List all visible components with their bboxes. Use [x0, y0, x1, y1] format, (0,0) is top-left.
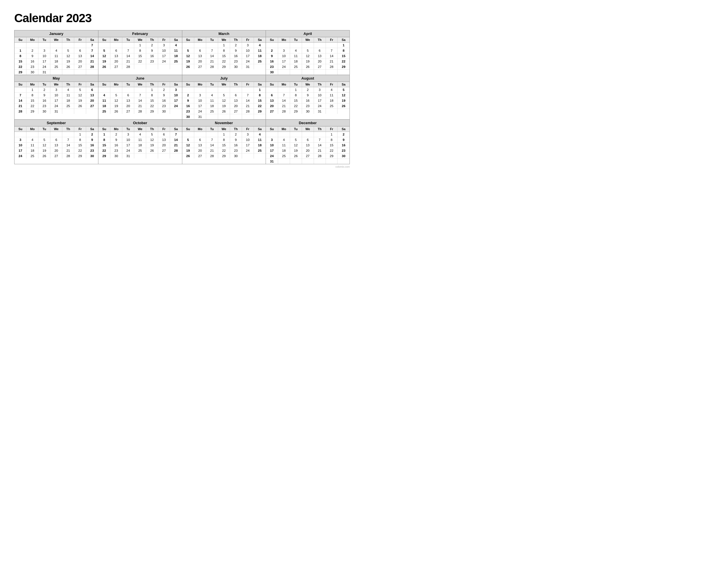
calendar-day: 10 [242, 48, 254, 53]
calendar-day: 28 [170, 148, 182, 154]
calendar-day: 29 [26, 109, 38, 114]
calendar-day [146, 64, 158, 70]
calendar-day [134, 154, 146, 159]
calendar-day: 18 [278, 148, 290, 154]
calendar-day: 15 [134, 53, 146, 59]
calendar-day: 19 [98, 59, 110, 64]
calendar-day: 5 [146, 132, 158, 137]
day-header-we: We [50, 37, 62, 43]
calendar-day: 4 [254, 132, 266, 137]
calendar-day: 13 [86, 93, 98, 98]
calendar-day: 29 [290, 109, 302, 114]
calendar-day: 30 [338, 154, 349, 159]
calendar-day: 18 [290, 59, 302, 64]
day-header-th: Th [314, 82, 326, 87]
calendar-day: 20 [266, 103, 278, 109]
calendar-day: 26 [62, 64, 74, 70]
calendar-day: 26 [110, 109, 122, 114]
day-header-sa: Sa [338, 127, 349, 132]
calendar-day [74, 70, 86, 75]
calendar-day: 7 [134, 93, 146, 98]
calendar-day: 12 [302, 53, 314, 59]
month-title: May [15, 75, 98, 82]
calendar-day [290, 132, 302, 137]
calendar-day: 15 [15, 59, 26, 64]
calendar-day: 19 [74, 98, 86, 103]
calendar-day [278, 132, 290, 137]
calendar-day: 5 [338, 87, 349, 93]
calendar-day: 2 [38, 87, 50, 93]
calendar-day: 29 [98, 154, 110, 159]
calendar-day: 10 [15, 143, 26, 148]
calendar-day: 29 [218, 154, 230, 159]
calendar-day: 9 [110, 137, 122, 143]
calendar-day: 18 [50, 59, 62, 64]
calendar-day [338, 70, 349, 75]
calendar-day: 22 [290, 103, 302, 109]
calendar-day [170, 109, 182, 114]
calendar-day [170, 64, 182, 70]
calendar-day: 20 [158, 143, 170, 148]
calendar-day: 22 [338, 59, 349, 64]
calendar-day: 28 [326, 64, 338, 70]
calendar-day: 24 [314, 103, 326, 109]
calendar-day: 1 [338, 43, 349, 48]
calendar-day: 14 [134, 98, 146, 103]
calendar-day: 4 [134, 132, 146, 137]
calendar-day: 21 [314, 148, 326, 154]
month-october: OctoberSuMoTuWeThFrSa1234567891011121314… [98, 120, 182, 164]
calendar-day: 27 [194, 64, 206, 70]
calendar-day: 26 [98, 64, 110, 70]
calendar-day [74, 43, 86, 48]
calendar-day: 30 [110, 154, 122, 159]
day-header-we: We [302, 37, 314, 43]
calendar-day: 14 [170, 137, 182, 143]
calendar-day: 21 [170, 143, 182, 148]
calendar-day: 1 [15, 48, 26, 53]
calendar-day [290, 70, 302, 75]
calendar-day: 20 [86, 98, 98, 103]
calendar-day [38, 43, 50, 48]
calendar-day [218, 114, 230, 120]
calendar-day: 27 [230, 109, 242, 114]
calendar-day: 11 [254, 48, 266, 53]
day-header-mo: Mo [26, 127, 38, 132]
month-table: SuMoTuWeThFrSa12345678910111213141516171… [266, 127, 349, 164]
calendar-day: 26 [302, 64, 314, 70]
calendar-day: 25 [326, 103, 338, 109]
calendar-day: 26 [182, 154, 194, 159]
calendar-day: 29 [74, 154, 86, 159]
calendar-day: 27 [74, 64, 86, 70]
calendar-day [302, 159, 314, 164]
calendar-day: 17 [170, 98, 182, 103]
calendar-day: 2 [146, 43, 158, 48]
calendar-day: 13 [122, 98, 134, 103]
calendar-day: 2 [266, 48, 278, 53]
day-header-we: We [134, 127, 146, 132]
month-title: January [15, 30, 98, 37]
calendar-day: 5 [290, 137, 302, 143]
calendar-day: 24 [194, 109, 206, 114]
calendar-day: 23 [182, 109, 194, 114]
calendar-day: 17 [122, 143, 134, 148]
calendar-day: 12 [182, 53, 194, 59]
calendar-day: 8 [74, 137, 86, 143]
calendar-day: 21 [326, 59, 338, 64]
calendar-day: 20 [74, 59, 86, 64]
calendar-day: 25 [134, 148, 146, 154]
calendar-day: 27 [302, 154, 314, 159]
calendar-day [158, 154, 170, 159]
calendar-day: 25 [62, 103, 74, 109]
month-title: February [98, 30, 182, 37]
month-december: DecemberSuMoTuWeThFrSa123456789101112131… [266, 120, 350, 164]
calendar-day: 29 [15, 70, 26, 75]
calendar-day: 30 [230, 64, 242, 70]
calendar-day: 10 [122, 137, 134, 143]
calendar-day: 9 [38, 93, 50, 98]
calendar-day: 15 [218, 143, 230, 148]
calendar-day: 6 [122, 93, 134, 98]
day-header-fr: Fr [242, 127, 254, 132]
calendar-day: 16 [266, 59, 278, 64]
calendar-day: 10 [242, 137, 254, 143]
calendar-day [206, 114, 218, 120]
